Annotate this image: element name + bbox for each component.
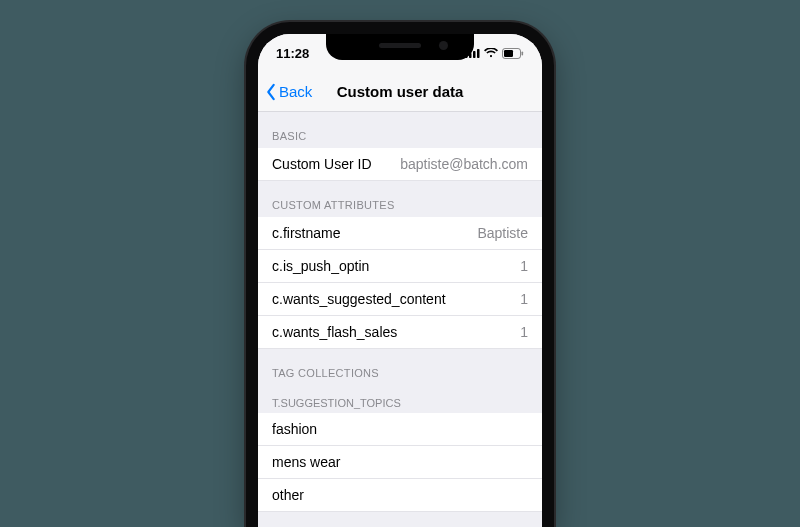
table-row[interactable]: c.wants_suggested_content 1 xyxy=(258,283,542,316)
back-button[interactable]: Back xyxy=(264,72,312,111)
table-row[interactable]: mens wear xyxy=(258,446,542,479)
table-row[interactable]: other xyxy=(258,479,542,512)
chevron-left-icon xyxy=(264,83,278,101)
table-row[interactable]: c.firstname Baptiste xyxy=(258,217,542,250)
cell-label: mens wear xyxy=(272,454,340,470)
section-header-tags: TAG COLLECTIONS xyxy=(258,349,542,385)
section-subheader-tags: T.SUGGESTION_TOPICS xyxy=(258,385,542,413)
cell-label: c.is_push_optin xyxy=(272,258,369,274)
notch xyxy=(326,34,474,60)
cell-label: other xyxy=(272,487,304,503)
cell-label: Custom User ID xyxy=(272,156,372,172)
table-row[interactable]: Custom User ID baptiste@batch.com xyxy=(258,148,542,181)
svg-rect-2 xyxy=(473,51,476,58)
cell-label: c.firstname xyxy=(272,225,340,241)
page-title: Custom user data xyxy=(337,83,464,100)
cell-value: baptiste@batch.com xyxy=(400,156,528,172)
screen: 11:28 xyxy=(258,34,542,527)
cell-label: fashion xyxy=(272,421,317,437)
svg-rect-3 xyxy=(477,49,480,58)
cell-value: Baptiste xyxy=(477,225,528,241)
phone-frame: 11:28 xyxy=(246,22,554,527)
table-row[interactable]: fashion xyxy=(258,413,542,446)
svg-rect-5 xyxy=(504,50,513,57)
wifi-icon xyxy=(484,48,498,58)
cell-value: 1 xyxy=(520,324,528,340)
table-row[interactable]: c.is_push_optin 1 xyxy=(258,250,542,283)
cell-value: 1 xyxy=(520,258,528,274)
battery-icon xyxy=(502,48,524,59)
section-header-attributes: CUSTOM ATTRIBUTES xyxy=(258,181,542,217)
back-label: Back xyxy=(279,83,312,100)
cell-label: c.wants_suggested_content xyxy=(272,291,446,307)
cell-value: 1 xyxy=(520,291,528,307)
table-row[interactable]: c.wants_flash_sales 1 xyxy=(258,316,542,349)
cell-label: c.wants_flash_sales xyxy=(272,324,397,340)
nav-bar: Back Custom user data xyxy=(258,72,542,112)
svg-rect-6 xyxy=(522,51,524,55)
section-header-basic: BASIC xyxy=(258,112,542,148)
